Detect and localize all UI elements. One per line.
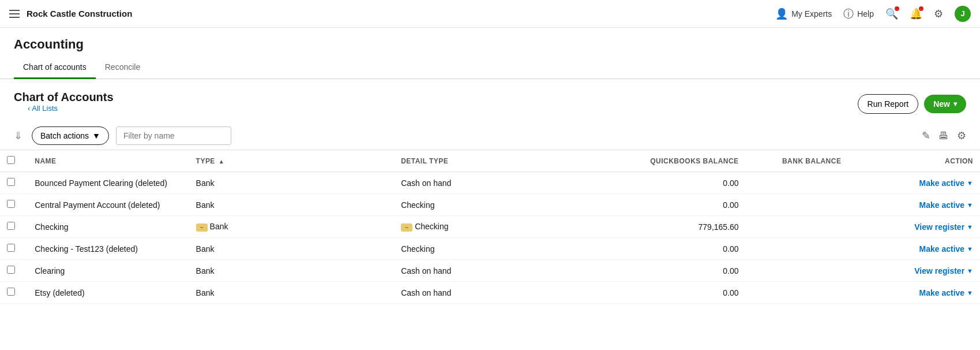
- help-label: Help: [857, 9, 874, 18]
- avatar[interactable]: J: [955, 6, 971, 22]
- my-experts-icon: 👤: [775, 8, 788, 20]
- table-row: Clearing Bank Cash on hand 0.00 View reg…: [0, 260, 980, 282]
- linked-badge: ~: [196, 224, 208, 232]
- search-icon: 🔍: [885, 8, 898, 20]
- notifications-nav[interactable]: 🔔: [910, 8, 922, 20]
- row-detail-type: Cash on hand: [394, 260, 599, 282]
- edit-icon[interactable]: ✎: [922, 129, 930, 142]
- run-report-button[interactable]: Run Report: [858, 94, 919, 114]
- linked-badge-detail: ~: [401, 224, 412, 232]
- toolbar: ⇓ Batch actions ▼ ✎ 🖶 ⚙: [0, 122, 980, 150]
- row-checkbox-5[interactable]: [7, 288, 15, 296]
- row-detail-type: Cash on hand: [394, 282, 599, 304]
- table-row: Checking ~Bank ~Checking 779,165.60 View…: [0, 216, 980, 238]
- help-nav[interactable]: ⓘ Help: [843, 7, 874, 21]
- row-type: Bank: [189, 282, 395, 304]
- row-action-link[interactable]: View register ▼: [914, 222, 973, 232]
- toolbar-icons: ✎ 🖶 ⚙: [922, 129, 966, 142]
- row-bank-balance: [746, 172, 848, 194]
- row-action: Make active ▼: [848, 194, 980, 216]
- tabs-container: Chart of accounts Reconcile: [0, 57, 980, 79]
- row-name: Central Payment Account (deleted): [28, 194, 189, 216]
- row-name: Clearing: [28, 260, 189, 282]
- row-bank-balance: [746, 216, 848, 238]
- row-qb-balance: 0.00: [599, 282, 746, 304]
- row-bank-balance: [746, 282, 848, 304]
- row-checkbox-1[interactable]: [7, 200, 15, 208]
- brand-name: Rock Castle Construction: [27, 9, 132, 18]
- row-action: Make active ▼: [848, 238, 980, 260]
- action-caret: ▼: [967, 202, 973, 208]
- row-qb-balance: 0.00: [599, 238, 746, 260]
- row-detail-type: ~Checking: [394, 216, 599, 238]
- table-row: Checking - Test123 (deleted) Bank Checki…: [0, 238, 980, 260]
- row-name: Checking: [28, 216, 189, 238]
- tab-chart-of-accounts[interactable]: Chart of accounts: [14, 57, 96, 79]
- col-qb-balance: QUICKBOOKS BALANCE: [650, 157, 738, 165]
- row-checkbox-0[interactable]: [7, 178, 15, 186]
- my-experts-nav[interactable]: 👤 My Experts: [775, 8, 832, 20]
- row-name: Bounced Payment Clearing (deleted): [28, 172, 189, 194]
- select-all-checkbox[interactable]: [7, 156, 15, 164]
- gear-icon: ⚙: [934, 8, 943, 20]
- row-type: Bank: [189, 260, 395, 282]
- col-type: TYPE ▲: [196, 157, 224, 165]
- row-checkbox-2[interactable]: [7, 222, 15, 230]
- settings-icon[interactable]: ⚙: [957, 129, 966, 142]
- new-button[interactable]: New ▾: [924, 95, 966, 113]
- action-caret: ▼: [967, 245, 973, 252]
- row-action: View register ▼: [848, 216, 980, 238]
- row-bank-balance: [746, 260, 848, 282]
- row-qb-balance: 779,165.60: [599, 216, 746, 238]
- row-action: Make active ▼: [848, 172, 980, 194]
- row-detail-type: Checking: [394, 194, 599, 216]
- table-row: Etsy (deleted) Bank Cash on hand 0.00 Ma…: [0, 282, 980, 304]
- action-caret: ▼: [967, 289, 973, 296]
- row-type: Bank: [189, 172, 395, 194]
- new-button-label: New: [933, 99, 950, 109]
- accounts-table-wrap: NAME TYPE ▲ DETAIL TYPE QUICKBOOKS BALAN…: [0, 150, 980, 304]
- row-checkbox-3[interactable]: [7, 244, 15, 252]
- search-nav[interactable]: 🔍: [885, 8, 898, 20]
- my-experts-label: My Experts: [791, 9, 832, 18]
- download-icon[interactable]: ⇓: [14, 129, 22, 142]
- row-action-link[interactable]: Make active ▼: [919, 288, 974, 297]
- help-icon: ⓘ: [843, 7, 854, 21]
- row-bank-balance: [746, 194, 848, 216]
- filter-input[interactable]: [116, 126, 231, 145]
- action-caret: ▼: [967, 224, 973, 230]
- action-caret: ▼: [967, 180, 973, 187]
- row-name: Etsy (deleted): [28, 282, 189, 304]
- type-sort-icon[interactable]: ▲: [219, 158, 224, 165]
- print-icon[interactable]: 🖶: [938, 130, 949, 142]
- row-bank-balance: [746, 238, 848, 260]
- row-checkbox-4[interactable]: [7, 266, 15, 274]
- bell-icon: 🔔: [910, 8, 922, 20]
- all-lists-link[interactable]: All Lists: [14, 104, 114, 117]
- hamburger-menu[interactable]: [9, 10, 20, 18]
- table-row: Central Payment Account (deleted) Bank C…: [0, 194, 980, 216]
- row-name: Checking - Test123 (deleted): [28, 238, 189, 260]
- row-action: View register ▼: [848, 260, 980, 282]
- top-navigation: Rock Castle Construction 👤 My Experts ⓘ …: [0, 0, 980, 28]
- row-type: Bank: [189, 194, 395, 216]
- action-caret: ▼: [967, 267, 973, 274]
- row-qb-balance: 0.00: [599, 172, 746, 194]
- row-action-link[interactable]: Make active ▼: [919, 178, 974, 188]
- settings-nav[interactable]: ⚙: [934, 8, 943, 20]
- col-detail-type: DETAIL TYPE: [401, 157, 448, 165]
- batch-actions-label: Batch actions: [40, 131, 89, 140]
- batch-actions-caret: ▼: [92, 131, 100, 140]
- row-action-link[interactable]: View register ▼: [914, 266, 973, 275]
- row-detail-type: Cash on hand: [394, 172, 599, 194]
- batch-actions-button[interactable]: Batch actions ▼: [32, 126, 109, 145]
- section-title: Chart of Accounts: [14, 91, 114, 104]
- tab-reconcile[interactable]: Reconcile: [96, 57, 149, 79]
- header-actions: Run Report New ▾: [858, 94, 966, 114]
- row-action-link[interactable]: Make active ▼: [919, 200, 974, 210]
- row-detail-type: Checking: [394, 238, 599, 260]
- table-row: Bounced Payment Clearing (deleted) Bank …: [0, 172, 980, 194]
- col-name: NAME: [35, 157, 56, 165]
- new-button-caret: ▾: [953, 100, 957, 108]
- row-action-link[interactable]: Make active ▼: [919, 244, 974, 254]
